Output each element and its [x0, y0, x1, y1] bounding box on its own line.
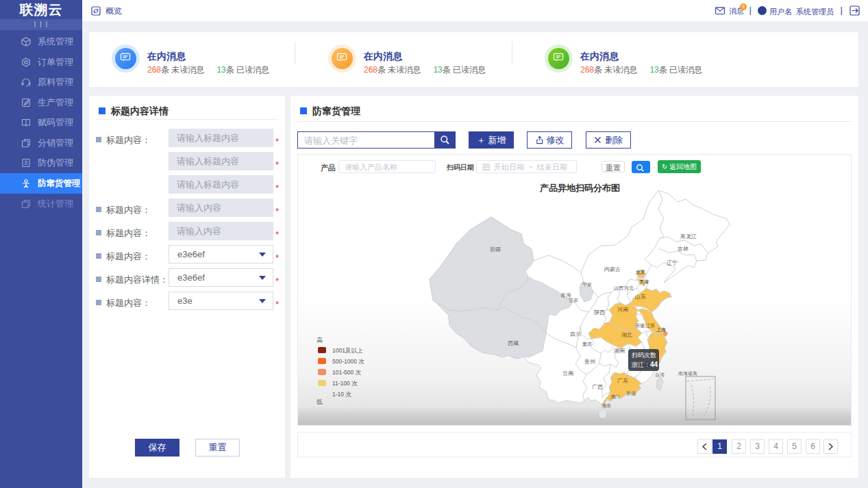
svg-text:湖南: 湖南 — [614, 348, 625, 354]
svg-text:辽宁: 辽宁 — [667, 259, 678, 266]
svg-text:1-10 次: 1-10 次 — [332, 391, 351, 398]
svg-text:广东: 广东 — [617, 378, 628, 384]
svg-text:101-500 次: 101-500 次 — [332, 369, 362, 376]
svg-text:广西: 广西 — [592, 384, 603, 390]
svg-text:贵州: 贵州 — [584, 359, 595, 365]
svg-text:西藏: 西藏 — [508, 340, 519, 346]
svg-text:高: 高 — [317, 337, 323, 344]
svg-text:重庆: 重庆 — [582, 342, 592, 346]
svg-text:扫码次数: 扫码次数 — [632, 352, 656, 359]
svg-text:云南: 云南 — [562, 370, 574, 376]
svg-text:浙江：44: 浙江：44 — [631, 361, 658, 368]
svg-text:天津: 天津 — [639, 279, 649, 285]
svg-text:澳门: 澳门 — [610, 394, 620, 400]
svg-text:江苏: 江苏 — [645, 323, 655, 329]
svg-text:500-1000 次: 500-1000 次 — [332, 358, 364, 365]
svg-text:黑龙江: 黑龙江 — [680, 233, 697, 240]
svg-text:陕西: 陕西 — [594, 309, 605, 316]
svg-text:南海诸岛: 南海诸岛 — [678, 371, 697, 376]
svg-text:山东: 山东 — [635, 294, 646, 300]
svg-text:香港: 香港 — [626, 391, 636, 396]
svg-text:台湾: 台湾 — [655, 372, 665, 378]
svg-text:四川: 四川 — [570, 331, 581, 337]
svg-text:宁夏: 宁夏 — [582, 282, 592, 287]
svg-text:湖北: 湖北 — [621, 332, 632, 338]
svg-text:海南: 海南 — [602, 403, 611, 409]
svg-text:吉林: 吉林 — [678, 246, 689, 252]
svg-text:河南: 河南 — [617, 307, 629, 313]
svg-text:甘肃: 甘肃 — [568, 298, 578, 303]
svg-text:低: 低 — [316, 398, 323, 405]
svg-text:河北: 河北 — [623, 285, 634, 291]
svg-text:新疆: 新疆 — [490, 246, 501, 253]
svg-text:1001及以上: 1001及以上 — [332, 347, 363, 354]
svg-text:上海: 上海 — [656, 327, 666, 333]
svg-text:北京: 北京 — [636, 270, 645, 275]
svg-text:山西: 山西 — [614, 285, 623, 291]
svg-text:内蒙古: 内蒙古 — [604, 266, 621, 272]
svg-text:安徽: 安徽 — [635, 323, 645, 329]
svg-text:11-100 次: 11-100 次 — [332, 380, 358, 387]
